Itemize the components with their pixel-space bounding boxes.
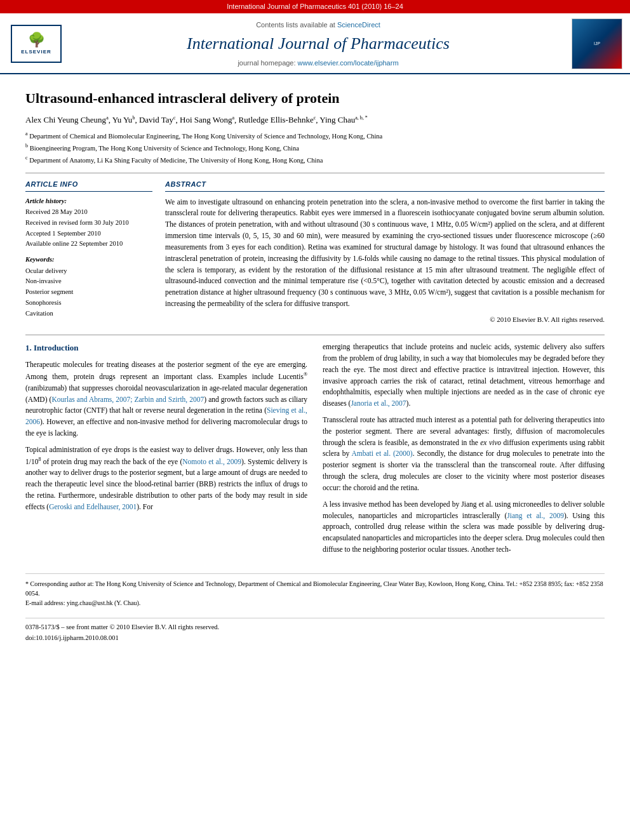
body-section: 1. Introduction Therapeutic molecules fo… [25, 342, 605, 561]
ref-janoria[interactable]: Janoria et al., 2007 [351, 399, 406, 407]
elsevier-logo: 🌳 ELSEVIER [8, 25, 65, 63]
article-title: Ultrasound-enhanced intrascleral deliver… [25, 90, 605, 108]
revised-date: Received in revised form 30 July 2010 [25, 218, 152, 228]
footnote-area: * Corresponding author at: The Hong Kong… [25, 573, 605, 608]
body-para-3: emerging therapeutics that include prote… [323, 342, 605, 410]
keyword-4: Sonophoresis [25, 298, 152, 308]
keywords-section: Keywords: Ocular delivery Non-invasive P… [25, 255, 152, 318]
keyword-3: Posterior segment [25, 288, 152, 297]
abstract-text: We aim to investigate ultrasound on enha… [165, 197, 605, 310]
ref-sieving[interactable]: Sieving et al., 2006 [25, 406, 307, 425]
article-history-label: Article history: [25, 197, 152, 206]
elsevier-brand: ELSEVIER [21, 48, 51, 55]
abstract-heading: Abstract [165, 180, 605, 191]
available-date: Available online 22 September 2010 [25, 239, 152, 249]
elsevier-logo-box: 🌳 ELSEVIER [11, 25, 62, 63]
journal-cover-image: IJP [572, 18, 622, 69]
contents-text: Contents lists available at [256, 21, 335, 29]
authors-line: Alex Chi Yeung Cheunga, Yu Yub, David Ta… [25, 114, 605, 126]
body-para-2: Topical administration of eye drops is t… [25, 444, 307, 513]
cover-label: IJP [593, 39, 601, 48]
body-para-5: A less invasive method has been develope… [323, 499, 605, 556]
keywords-label: Keywords: [25, 255, 152, 265]
affiliation-b: b Bioengineering Program, The Hong Kong … [25, 142, 605, 153]
journal-header: 🌳 ELSEVIER Contents lists available at S… [0, 13, 630, 74]
contents-line: Contents lists available at ScienceDirec… [65, 20, 572, 30]
journal-title: International Journal of Pharmaceutics [65, 32, 572, 55]
article-info-col: Article info Article history: Received 2… [25, 180, 152, 324]
body-col-left: 1. Introduction Therapeutic molecules fo… [25, 342, 307, 561]
journal-citation: International Journal of Pharmaceutics 4… [227, 3, 403, 10]
ref-kourlas[interactable]: Kourlas and Abrams, 2007; Zarbin and Szi… [51, 396, 204, 403]
ref-geroski[interactable]: Geroski and Edelhauser, 2001 [49, 503, 137, 510]
affiliations: a Department of Chemical and Biomolecula… [25, 130, 605, 166]
copyright-notice: © 2010 Elsevier B.V. All rights reserved… [165, 315, 605, 324]
ref-nomoto[interactable]: Nomoto et al., 2009 [182, 457, 241, 465]
keyword-2: Non-invasive [25, 277, 152, 286]
homepage-url[interactable]: www.elsevier.com/locate/ijpharm [298, 59, 399, 67]
footnote-email: E-mail address: ying.chau@ust.hk (Y. Cha… [25, 598, 605, 608]
divider-top [25, 173, 605, 173]
ref-jiang[interactable]: Jiang et al., 2009 [507, 512, 564, 519]
accepted-date: Accepted 1 September 2010 [25, 229, 152, 239]
affiliation-a: a Department of Chemical and Biomolecula… [25, 130, 605, 141]
doi-line: doi:10.1016/j.ijpharm.2010.08.001 [25, 633, 605, 644]
keyword-5: Cavitation [25, 309, 152, 319]
section1-heading: 1. Introduction [25, 342, 307, 354]
body-para-1: Therapeutic molecules for treating disea… [25, 359, 307, 439]
homepage-label: journal homepage: [238, 59, 295, 67]
keyword-1: Ocular delivery [25, 267, 152, 276]
body-col-right: emerging therapeutics that include prote… [323, 342, 605, 561]
journal-citation-bar: International Journal of Pharmaceutics 4… [0, 0, 630, 13]
main-content: Ultrasound-enhanced intrascleral deliver… [0, 74, 630, 653]
article-info-heading: Article info [25, 180, 152, 191]
issn-line: 0378-5173/$ – see front matter © 2010 El… [25, 622, 605, 633]
elsevier-tree-icon: 🌳 [28, 33, 45, 47]
footnote-corresponding: * Corresponding author at: The Hong Kong… [25, 579, 605, 598]
affiliation-c: c Department of Anatomy, Li Ka Shing Fac… [25, 154, 605, 165]
abstract-col: Abstract We aim to investigate ultrasoun… [165, 180, 605, 324]
article-info-abstract-section: Article info Article history: Received 2… [25, 180, 605, 324]
received-date: Received 28 May 2010 [25, 208, 152, 217]
bottom-bar: 0378-5173/$ – see front matter © 2010 El… [25, 618, 605, 644]
ref-ambati[interactable]: Ambati et al. (2000) [351, 450, 412, 457]
authors-text: Alex Chi Yeung Cheunga, Yu Yub, David Ta… [25, 115, 368, 124]
journal-header-center: Contents lists available at ScienceDirec… [65, 20, 572, 68]
divider-body [25, 335, 605, 335]
sciencedirect-link[interactable]: ScienceDirect [337, 21, 380, 29]
homepage-line: journal homepage: www.elsevier.com/locat… [65, 58, 572, 68]
body-para-4: Transscleral route has attracted much in… [323, 415, 605, 494]
